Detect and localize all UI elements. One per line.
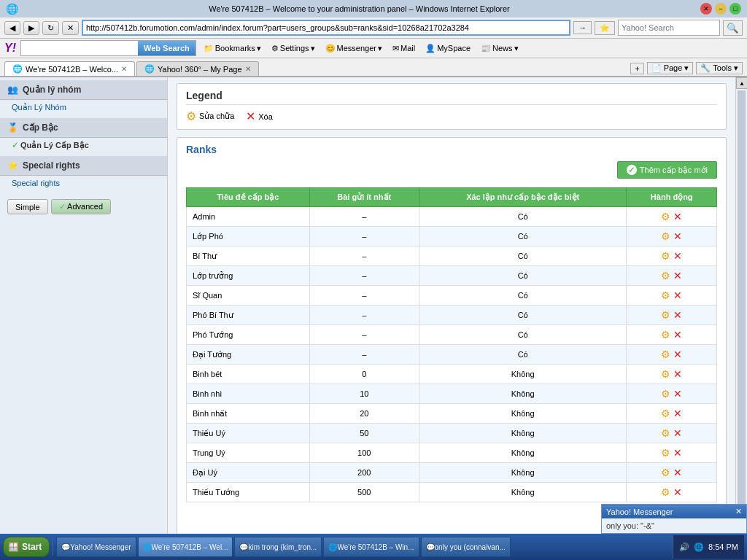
news-menu[interactable]: 📰 News▾ <box>478 42 522 55</box>
tab-close-icon-2[interactable]: ✕ <box>245 65 251 73</box>
delete-button[interactable]: ✕ <box>673 289 682 301</box>
table-row: Thiếu Tướng 500 Không ⚙ ✕ <box>187 483 717 502</box>
edit-button[interactable]: ⚙ <box>661 211 670 222</box>
sidebar-view-buttons: Simple ✓ Advanced <box>0 193 167 220</box>
mail-menu[interactable]: ✉ Mail <box>390 42 418 55</box>
taskbar-yahoo-messenger[interactable]: 💬 Yahoo! Messenger <box>56 537 136 557</box>
search-input[interactable] <box>618 20 720 36</box>
edit-button[interactable]: ⚙ <box>661 309 670 321</box>
back-button[interactable]: ◀ <box>4 21 20 35</box>
minimize-button[interactable]: − <box>715 3 727 15</box>
sidebar-header-special[interactable]: ⭐ Special rights <box>0 156 167 176</box>
delete-button[interactable]: ✕ <box>673 270 682 281</box>
delete-button[interactable]: ✕ <box>673 447 682 459</box>
taskbar-admin-panel[interactable]: 🌐 We're 507412B – Wel... <box>138 537 233 557</box>
rank-special: Không <box>419 443 627 463</box>
messenger-menu[interactable]: 😊 Messenger▾ <box>322 42 385 55</box>
delete-button[interactable]: ✕ <box>673 230 682 242</box>
plus-icon: ✓ <box>627 165 637 175</box>
rank-special: Không <box>419 483 627 502</box>
table-row: Phó Bí Thư – Có ⚙ ✕ <box>187 306 717 325</box>
search-button[interactable]: 🔍 <box>723 20 743 36</box>
edit-button[interactable]: ⚙ <box>661 349 670 360</box>
favorites-button[interactable]: ⭐ <box>595 21 615 35</box>
tab-icon-2: 🌐 <box>144 64 155 74</box>
edit-button[interactable]: ⚙ <box>661 467 670 478</box>
col-special: Xác lập như cấp bậc đặc biệt <box>419 188 627 207</box>
delete-button[interactable]: ✕ <box>673 368 682 380</box>
forward-button[interactable]: ▶ <box>23 21 39 35</box>
col-action: Hành động <box>627 188 717 207</box>
delete-button[interactable]: ✕ <box>673 388 682 400</box>
tab-close-icon[interactable]: ✕ <box>121 65 127 73</box>
delete-button[interactable]: ✕ <box>673 408 682 419</box>
advanced-button[interactable]: ✓ Advanced <box>51 199 111 214</box>
stop-button[interactable]: ✕ <box>62 21 79 35</box>
delete-button[interactable]: ✕ <box>673 250 682 262</box>
sidebar-section-groups: 👥 Quản lý nhóm Quản Lý Nhóm <box>0 80 167 115</box>
add-rank-top-wrapper: ✓ Thêm cấp bậc mới <box>186 161 717 183</box>
table-row: Sĩ Quan – Có ⚙ ✕ <box>187 286 717 306</box>
delete-button[interactable]: ✕ <box>673 329 682 341</box>
edit-button[interactable]: ⚙ <box>661 289 670 301</box>
taskbar-kim-trong[interactable]: 💬 kim trong (kim_tron... <box>234 537 322 557</box>
taskbar-507412b-win[interactable]: 🌐 We're 507412B – Win... <box>323 537 419 557</box>
table-row: Lớp trưởng – Có ⚙ ✕ <box>187 266 717 286</box>
edit-button[interactable]: ⚙ <box>661 447 670 459</box>
edit-button[interactable]: ⚙ <box>661 408 670 419</box>
sidebar-item-quan-ly-nhom[interactable]: Quản Lý Nhóm <box>0 100 167 115</box>
taskbar-only-you[interactable]: 💬 only you (connaivan... <box>421 537 511 557</box>
settings-menu[interactable]: ⚙ Settings▾ <box>268 42 318 55</box>
scrollbar[interactable]: ▲ ▼ <box>735 77 747 542</box>
web-search-button[interactable]: Web Search <box>138 41 196 55</box>
start-button[interactable]: 🪟 Start <box>3 537 50 557</box>
rank-title: Binh bét <box>187 365 310 384</box>
edit-button[interactable]: ⚙ <box>661 388 670 400</box>
scroll-up-button[interactable]: ▲ <box>736 77 747 89</box>
delete-button[interactable]: ✕ <box>673 349 682 360</box>
delete-button[interactable]: ✕ <box>673 486 682 498</box>
rank-actions: ⚙ ✕ <box>627 463 717 483</box>
close-button[interactable]: ✕ <box>700 3 712 15</box>
rank-special: Có <box>419 266 627 286</box>
edit-button[interactable]: ⚙ <box>661 250 670 262</box>
rank-special: Có <box>419 207 627 227</box>
myspace-menu[interactable]: 👤 MySpace <box>422 42 473 55</box>
page-button[interactable]: 📄 Page ▾ <box>647 62 694 74</box>
yahoo-toolbar: Y! Web Search 📁 Bookmarks▾ ⚙ Settings▾ 😊… <box>0 39 747 58</box>
sidebar-item-special-rights[interactable]: Special rights <box>0 176 167 190</box>
refresh-button[interactable]: ↻ <box>42 21 59 35</box>
simple-button[interactable]: Simple <box>7 199 48 214</box>
rank-posts: – <box>309 246 419 266</box>
edit-button[interactable]: ⚙ <box>661 329 670 341</box>
sidebar-header-groups[interactable]: 👥 Quản lý nhóm <box>0 80 167 100</box>
go-button[interactable]: → <box>573 21 592 34</box>
tools-button[interactable]: 🔧 Tools ▾ <box>696 62 743 74</box>
add-rank-top-button[interactable]: ✓ Thêm cấp bậc mới <box>617 161 717 179</box>
delete-button[interactable]: ✕ <box>673 309 682 321</box>
tab-admin[interactable]: 🌐 We're 507412B – Welco... ✕ <box>4 61 135 76</box>
edit-button[interactable]: ⚙ <box>661 230 670 242</box>
edit-button[interactable]: ⚙ <box>661 270 670 281</box>
address-input[interactable] <box>82 20 570 36</box>
delete-button[interactable]: ✕ <box>673 211 682 222</box>
delete-button[interactable]: ✕ <box>673 427 682 439</box>
edit-button[interactable]: ⚙ <box>661 368 670 380</box>
messenger-close-button[interactable]: ✕ <box>735 507 742 516</box>
edit-button[interactable]: ⚙ <box>661 486 670 498</box>
delete-icon: ✕ <box>246 109 255 123</box>
taskbar-chat-icon: 💬 <box>239 543 248 551</box>
taskbar-separator <box>53 538 53 556</box>
sidebar-item-quan-ly-cap-bac[interactable]: ✓ Quản Lý Cấp Bậc <box>0 138 167 153</box>
edit-button[interactable]: ⚙ <box>661 427 670 439</box>
delete-button[interactable]: ✕ <box>673 467 682 478</box>
sidebar-header-ranks[interactable]: 🏅 Cấp Bậc <box>0 118 167 138</box>
rank-actions: ⚙ ✕ <box>627 365 717 384</box>
tab-yahoo360[interactable]: 🌐 Yahoo! 360° – My Page ✕ <box>136 61 259 76</box>
bookmarks-menu[interactable]: 📁 Bookmarks▾ <box>201 42 264 55</box>
maximize-button[interactable]: □ <box>729 3 741 15</box>
new-tab-button[interactable]: + <box>630 63 643 74</box>
table-row: Bí Thư – Có ⚙ ✕ <box>187 246 717 266</box>
system-tray: 🔊 🌐 8:54 PM <box>673 535 744 559</box>
toolbar-search-input[interactable] <box>21 41 138 55</box>
